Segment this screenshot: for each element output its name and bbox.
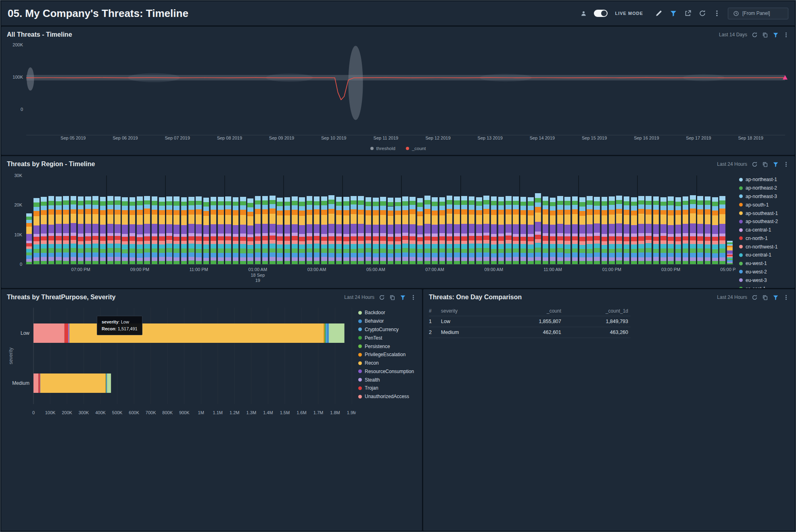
edit-pencil-icon[interactable]	[655, 10, 662, 17]
legend-item[interactable]: CryptoCurrency	[358, 325, 417, 334]
table-cell: 2	[429, 330, 441, 335]
legend-item[interactable]: ap-northeast-3	[739, 192, 790, 201]
chart-area: 0100K200K300K400K500K600K700K800K900K1M1…	[1, 305, 422, 417]
table-row[interactable]: 2Medium462,601463,260	[429, 327, 631, 338]
legend-item[interactable]: cn-northwest-1	[739, 242, 790, 251]
panel-controls: Last 24 Hours	[717, 161, 789, 167]
column-header[interactable]: _count_1d	[561, 308, 628, 314]
bottom-row: Threats by ThreatPurpose, Severity Last …	[1, 289, 795, 531]
legend-item[interactable]: _count	[406, 146, 426, 151]
legend-item[interactable]: ap-south-1	[739, 200, 790, 209]
legend-swatch	[739, 220, 743, 223]
legend-item[interactable]: eu-west-3	[739, 276, 790, 284]
legend-item[interactable]: eu-west-2	[739, 268, 790, 276]
svg-text:1.7M: 1.7M	[313, 410, 323, 415]
svg-text:18 Sep: 18 Sep	[251, 273, 265, 277]
legend-item[interactable]: ca-central-1	[739, 226, 790, 234]
svg-text:Medium: Medium	[12, 380, 29, 386]
svg-text:01:00 PM: 01:00 PM	[602, 267, 621, 272]
panel-time-range[interactable]: Last 24 Hours	[344, 294, 374, 300]
legend-swatch	[358, 386, 362, 390]
legend-item[interactable]: ap-southeast-2	[739, 217, 790, 226]
refresh-icon[interactable]	[699, 10, 706, 17]
svg-text:Sep 14 2019: Sep 14 2019	[530, 136, 555, 140]
legend-swatch	[739, 262, 743, 265]
kebab-menu-icon[interactable]	[783, 32, 789, 38]
kebab-menu-icon[interactable]	[713, 10, 721, 17]
legend-item[interactable]: Backdoor	[358, 309, 417, 317]
refresh-icon[interactable]	[752, 161, 758, 167]
copy-icon[interactable]	[389, 294, 395, 300]
panel-threats-by-region: Threats by Region - Timeline Last 24 Hou…	[1, 156, 795, 288]
legend-swatch	[358, 361, 362, 365]
legend-swatch	[739, 228, 743, 232]
filter-icon[interactable]	[773, 294, 779, 300]
legend-item[interactable]: eu-central-1	[739, 251, 790, 259]
refresh-icon[interactable]	[752, 32, 758, 38]
legend-item[interactable]: UnauthorizedAccess	[358, 392, 417, 401]
legend-swatch	[739, 270, 743, 273]
kebab-menu-icon[interactable]	[783, 161, 789, 167]
panel-time-range[interactable]: Last 24 Hours	[717, 161, 747, 167]
panel-title: Threats by ThreatPurpose, Severity	[7, 294, 115, 301]
filter-icon[interactable]	[773, 32, 779, 38]
refresh-icon[interactable]	[752, 294, 758, 300]
column-header[interactable]: _count	[516, 308, 561, 314]
table-row[interactable]: 1Low1,855,8071,849,793	[429, 316, 631, 327]
legend-item[interactable]: PenTest	[358, 334, 417, 342]
panel-title: Threats by Region - Timeline	[7, 161, 95, 168]
legend-item[interactable]: ResourceConsumption	[358, 367, 417, 376]
filter-icon[interactable]	[670, 10, 677, 17]
svg-text:19: 19	[255, 278, 260, 283]
svg-text:Sep 15 2019: Sep 15 2019	[582, 136, 607, 140]
panel-time-range[interactable]: Last 14 Days	[719, 32, 747, 38]
svg-text:Sep 11 2019: Sep 11 2019	[374, 136, 399, 140]
svg-text:700K: 700K	[146, 410, 156, 415]
svg-text:Sep 07 2019: Sep 07 2019	[165, 136, 190, 140]
live-mode-toggle[interactable]	[594, 10, 608, 17]
filter-icon[interactable]	[400, 294, 406, 300]
chart-area: 010K20K30K07:00 PM09:00 PM11:00 PM01:00 …	[1, 172, 795, 288]
copy-icon[interactable]	[762, 294, 768, 300]
legend-item[interactable]: threshold	[370, 146, 395, 151]
panel-header: Threats by Region - Timeline Last 24 Hou…	[1, 156, 795, 172]
column-header[interactable]: #	[429, 308, 441, 314]
legend-item[interactable]: eu-west-1	[739, 259, 790, 268]
legend-swatch	[739, 211, 743, 215]
table-cell: 1,855,807	[516, 319, 561, 324]
refresh-icon[interactable]	[379, 294, 385, 300]
legend-item[interactable]: ap-northeast-1	[739, 175, 790, 184]
all-threats-line-chart[interactable]: 0100K200KSep 05 2019Sep 06 2019Sep 07 20…	[5, 43, 791, 144]
legend-swatch	[358, 336, 362, 340]
filter-icon[interactable]	[773, 161, 779, 167]
legend-item[interactable]: Trojan	[358, 384, 417, 392]
kebab-menu-icon[interactable]	[783, 294, 789, 300]
svg-text:1M: 1M	[198, 410, 204, 415]
svg-text:07:00 PM: 07:00 PM	[71, 267, 90, 272]
copy-icon[interactable]	[762, 161, 768, 167]
panel-time-range[interactable]: Last 24 Hours	[717, 294, 747, 300]
legend-item[interactable]: ap-northeast-2	[739, 184, 790, 192]
column-header[interactable]: severity	[441, 308, 516, 314]
time-range-selector[interactable]: [From Panel]	[728, 8, 788, 19]
kebab-menu-icon[interactable]	[410, 294, 416, 300]
legend-item[interactable]: sa-east-1	[739, 284, 790, 288]
panel-threats-by-purpose: Threats by ThreatPurpose, Severity Last …	[1, 289, 422, 531]
legend-item[interactable]: cn-north-1	[739, 234, 790, 242]
legend-item[interactable]: Recon	[358, 359, 417, 367]
legend-item[interactable]: Persistence	[358, 342, 417, 350]
legend-item[interactable]: Stealth	[358, 376, 417, 384]
severity-stacked-bar-chart[interactable]: 0100K200K300K400K500K600K700K800K900K1M1…	[6, 305, 356, 417]
share-icon[interactable]	[684, 10, 692, 17]
legend-swatch	[739, 194, 743, 198]
legend-label: ap-southeast-1	[746, 211, 778, 216]
legend-item[interactable]: Behavior	[358, 317, 417, 325]
legend-label: cn-northwest-1	[746, 244, 777, 250]
panel-controls: Last 24 Hours	[717, 294, 789, 300]
copy-icon[interactable]	[762, 32, 768, 38]
legend-item[interactable]: ap-southeast-1	[739, 209, 790, 217]
svg-text:01:00 AM: 01:00 AM	[249, 267, 267, 272]
region-stacked-bar-chart[interactable]: 010K20K30K07:00 PM09:00 PM11:00 PM01:00 …	[6, 172, 736, 287]
table-cell: Medium	[441, 330, 516, 335]
legend-item[interactable]: PrivilegeEscalation	[358, 350, 417, 359]
